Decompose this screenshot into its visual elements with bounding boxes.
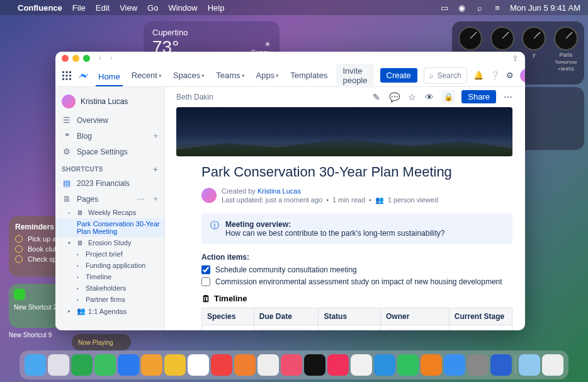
action-checkbox[interactable] — [201, 277, 210, 286]
window-close-button[interactable] — [62, 55, 69, 62]
tree-project-brief[interactable]: •Project brief — [55, 248, 164, 260]
tree-erosion-study[interactable]: ▾🗎Erosion Study — [55, 237, 164, 248]
watch-icon[interactable]: 👁 — [424, 92, 435, 102]
sidebar-shortcut-item[interactable]: ▤2023 Financials — [55, 175, 164, 191]
dock-app-icon[interactable] — [71, 354, 93, 376]
app-menu-name[interactable]: Confluence — [18, 3, 62, 13]
confluence-topnav: Home Recent▾ Spaces▾ Teams▾ Apps▾ Templa… — [55, 64, 525, 87]
window-zoom-button[interactable] — [83, 55, 90, 62]
dock-app-icon[interactable] — [141, 354, 162, 376]
nav-recent[interactable]: Recent▾ — [129, 69, 164, 82]
nav-teams[interactable]: Teams▾ — [213, 69, 247, 82]
dock-app-icon[interactable] — [467, 354, 489, 376]
sidebar-pages-header[interactable]: 🗎Pages⋯+ — [55, 191, 164, 207]
tree-agendas[interactable]: ▸👥1:1 Agendas — [55, 305, 164, 317]
status-lozenge[interactable]: IN PROGRESS — [324, 330, 373, 330]
nav-apps[interactable]: Apps▾ — [254, 69, 282, 82]
dock-app-icon[interactable] — [234, 354, 256, 376]
menu-go[interactable]: Go — [147, 3, 158, 13]
spotlight-icon[interactable]: ⌕ — [475, 3, 485, 13]
profile-avatar[interactable] — [520, 69, 525, 83]
space-sidebar: Kristina Lucas ☰Overview ❝Blog+ ⚙Space S… — [55, 87, 165, 330]
tree-stakeholders[interactable]: •Stakeholders — [55, 282, 164, 294]
sidebar-overview[interactable]: ☰Overview — [55, 112, 164, 128]
sidebar-blog[interactable]: ❝Blog+ — [55, 128, 164, 144]
dock-app-icon[interactable] — [351, 354, 372, 376]
menu-window[interactable]: Window — [168, 3, 197, 13]
dock-app-icon[interactable] — [118, 354, 139, 376]
space-avatar — [62, 95, 76, 108]
star-icon[interactable]: ☆ — [406, 92, 417, 102]
tree-park-conservation[interactable]: Park Conservation 30-Year Plan Meeting — [55, 218, 164, 237]
tree-funding[interactable]: •Funding application — [55, 260, 164, 271]
tree-timeline[interactable]: •Timeline — [55, 271, 164, 282]
add-page-icon[interactable]: + — [153, 194, 158, 204]
dock-app-icon[interactable] — [327, 354, 349, 376]
dock-app-icon[interactable] — [374, 354, 395, 376]
nav-spaces[interactable]: Spaces▾ — [171, 69, 207, 82]
dock-app-icon[interactable] — [164, 354, 186, 376]
add-shortcut-icon[interactable]: + — [153, 165, 158, 174]
dock-app-icon[interactable] — [421, 354, 442, 376]
help-icon[interactable]: ❔ — [490, 71, 500, 80]
menu-help[interactable]: Help — [208, 3, 225, 13]
dock-app-icon[interactable] — [211, 354, 232, 376]
confluence-logo-icon[interactable] — [78, 69, 89, 82]
nav-templates[interactable]: Templates — [288, 69, 330, 82]
dock-app-icon[interactable] — [304, 354, 325, 376]
wifi-icon[interactable]: ◉ — [457, 3, 467, 13]
author-avatar[interactable] — [201, 188, 217, 203]
battery-icon[interactable]: ▭ — [439, 3, 449, 13]
space-header[interactable]: Kristina Lucas — [55, 91, 164, 112]
dock-app-icon[interactable] — [257, 354, 279, 376]
app-switcher-icon[interactable] — [62, 69, 72, 82]
share-system-icon[interactable]: ⇪ — [512, 54, 519, 63]
add-blog-icon[interactable]: + — [153, 131, 158, 141]
nav-home[interactable]: Home — [96, 70, 123, 86]
sidebar-space-settings[interactable]: ⚙Space Settings — [55, 144, 164, 159]
dock-app-icon[interactable] — [281, 354, 302, 376]
table-header: Species — [202, 308, 254, 325]
svg-rect-1 — [66, 71, 68, 73]
dock-app-icon[interactable] — [542, 354, 563, 376]
date-lozenge[interactable]: June 21, 2023 — [259, 328, 311, 330]
dock-app-icon[interactable] — [188, 354, 209, 376]
restrictions-icon[interactable]: 🔒 — [441, 90, 455, 104]
dock-app-icon[interactable] — [490, 354, 512, 376]
more-actions-icon[interactable]: ⋯ — [502, 92, 514, 102]
timeline-heading: 🗓 Timeline — [201, 294, 512, 304]
dock-app-icon[interactable] — [25, 354, 46, 376]
menubar-datetime[interactable]: Mon Jun 5 9:41 AM — [510, 3, 580, 13]
create-button[interactable]: Create — [380, 68, 417, 83]
dock-app-icon[interactable] — [519, 354, 540, 376]
comment-icon[interactable]: 💬 — [388, 92, 400, 102]
breadcrumb[interactable]: Beth Dakin — [176, 93, 213, 101]
dock-app-icon[interactable] — [94, 354, 116, 376]
user-mention[interactable]: @Rigo Rangel — [386, 328, 441, 330]
nav-forward-button[interactable]: › — [110, 54, 113, 62]
action-checkbox[interactable] — [201, 265, 210, 274]
more-icon[interactable]: ⋯ — [137, 195, 144, 204]
nav-back-button[interactable]: ‹ — [99, 54, 101, 62]
menu-edit[interactable]: Edit — [96, 3, 110, 13]
dock-app-icon[interactable] — [397, 354, 419, 376]
tree-weekly-recaps[interactable]: •🗎Weekly Recaps — [55, 207, 164, 218]
window-minimize-button[interactable] — [72, 55, 79, 62]
pages-icon: 🗎 — [62, 194, 72, 204]
control-center-icon[interactable]: ≡ — [492, 3, 502, 13]
tree-partner-firms[interactable]: •Partner firms — [55, 294, 164, 305]
share-button[interactable]: Share — [461, 90, 496, 103]
menu-view[interactable]: View — [120, 3, 137, 13]
dock-app-icon[interactable] — [444, 354, 465, 376]
table-header: Current Stage — [449, 308, 512, 325]
notifications-icon[interactable]: 🔔 — [473, 71, 483, 80]
invite-people-button[interactable]: Invite people — [336, 64, 373, 88]
edit-icon[interactable]: ✎ — [371, 92, 382, 102]
clock-item: ParisTomorrow +9HRS — [554, 26, 578, 79]
table-header: Owner — [380, 308, 449, 325]
now-playing-widget[interactable]: Now Playing — [72, 334, 131, 350]
settings-gear-icon[interactable]: ⚙ — [506, 71, 514, 80]
dock-app-icon[interactable] — [48, 354, 69, 376]
global-search-input[interactable]: ⌕ Search — [424, 67, 467, 84]
menu-file[interactable]: File — [72, 3, 86, 13]
